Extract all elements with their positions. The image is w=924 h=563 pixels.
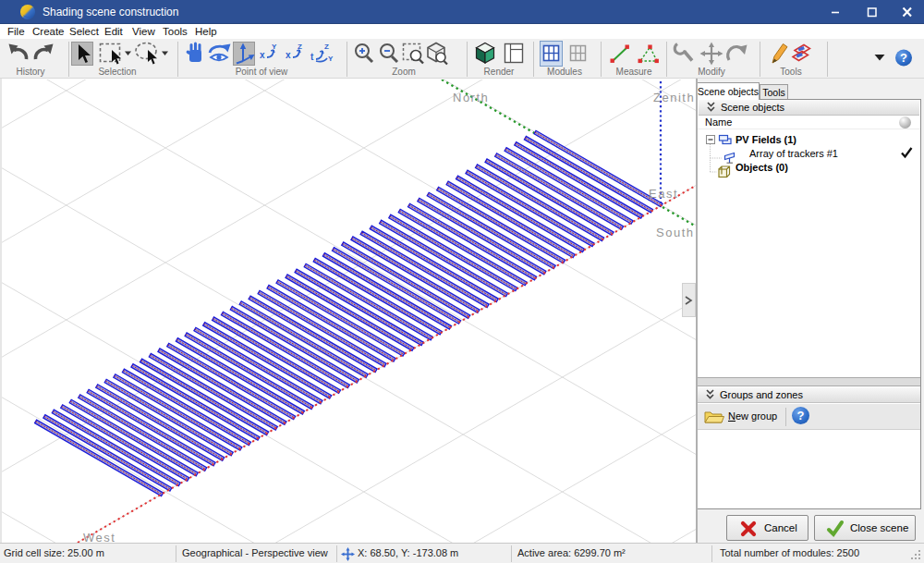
svg-text:Z: Z: [298, 43, 302, 51]
svg-text:x: x: [286, 50, 291, 60]
svg-text:South: South: [656, 226, 694, 239]
svg-text:East: East: [649, 187, 678, 201]
svg-text:Measure: Measure: [616, 67, 652, 77]
svg-text:West: West: [83, 531, 116, 544]
svg-text:Tools: Tools: [780, 67, 801, 77]
svg-text:Selection: Selection: [98, 67, 136, 77]
svg-text:t: t: [310, 52, 314, 62]
svg-text:Modify: Modify: [698, 67, 724, 77]
svg-text:x: x: [260, 50, 265, 60]
svg-text:Zenith: Zenith: [653, 91, 695, 104]
svg-text:?: ?: [900, 51, 907, 65]
svg-text:Modules: Modules: [547, 67, 582, 77]
svg-text:Y: Y: [328, 55, 334, 63]
svg-text:History: History: [16, 67, 44, 77]
svg-text:Point of view: Point of view: [236, 67, 288, 77]
svg-text:Render: Render: [484, 67, 515, 77]
svg-text:Z: Z: [324, 43, 329, 51]
svg-text:North: North: [453, 91, 489, 104]
svg-text:Zoom: Zoom: [392, 67, 416, 77]
